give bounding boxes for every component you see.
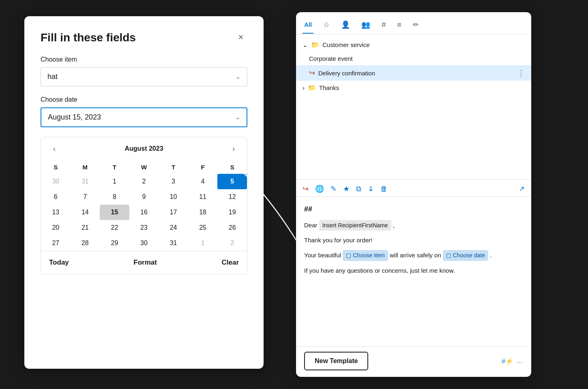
calendar-day[interactable]: 29 xyxy=(100,235,129,251)
calendar-day[interactable]: 11 xyxy=(188,189,218,205)
calendar-day[interactable]: 3 xyxy=(159,174,188,189)
star-toolbar-icon[interactable]: ★ xyxy=(343,184,350,193)
calendar-day[interactable]: 30 xyxy=(41,174,71,189)
calendar-day[interactable]: 1 xyxy=(100,174,129,189)
calendar-day[interactable]: 9 xyxy=(129,189,159,205)
calendar-day[interactable]: 22 xyxy=(100,220,129,235)
choose-item-dropdown[interactable]: hat ⌄ xyxy=(41,67,247,86)
tab-hash[interactable]: # xyxy=(380,17,387,34)
close-button[interactable]: × xyxy=(234,31,247,44)
email-line-dear: Dear Insert RecipientFirstName , xyxy=(304,220,523,231)
calendar-day[interactable]: 16 xyxy=(129,205,159,220)
calendar-day[interactable]: 12 xyxy=(217,189,247,205)
tab-group[interactable]: 👥 xyxy=(360,17,372,34)
calendar-day[interactable]: 1 xyxy=(188,235,218,251)
calendar-day[interactable]: 7 xyxy=(71,189,100,205)
tabs-bar: All ☆ 👤 👥 # ≡ ✏ xyxy=(296,12,531,34)
calendar-day[interactable]: 5 xyxy=(217,174,247,189)
action-toolbar: ↪ 🌐 ✎ ★ ⧉ ⇓ 🗑 ↗ xyxy=(296,181,531,197)
hashtag-lightning-icon[interactable]: #⚡ xyxy=(502,357,513,365)
right-panel: All ☆ 👤 👥 # ≡ ✏ ⌄ 📁 Customer service Cor… xyxy=(296,12,531,377)
tab-all-label: All xyxy=(304,21,312,28)
calendar-next-button[interactable]: › xyxy=(228,143,239,155)
calendar-day[interactable]: 2 xyxy=(129,174,159,189)
choose-item-value: hat xyxy=(47,73,58,81)
calendar-day[interactable]: 24 xyxy=(159,220,188,235)
globe-icon[interactable]: 🌐 xyxy=(315,184,324,193)
bottom-right-icons: #⚡ … xyxy=(502,357,523,365)
calendar-day[interactable]: 28 xyxy=(71,235,100,251)
day-header-sun: S xyxy=(41,160,71,174)
insert-toolbar-icon[interactable]: ↪ xyxy=(303,184,309,193)
calendar-day[interactable]: 2 xyxy=(217,235,247,251)
panel-header: Fill in these fields × xyxy=(41,31,247,45)
day-header-wed: W xyxy=(129,160,159,174)
calendar-day[interactable]: 31 xyxy=(71,174,100,189)
day-header-thu: T xyxy=(159,160,188,174)
tab-star[interactable]: ☆ xyxy=(322,17,331,34)
more-icon[interactable]: … xyxy=(517,357,523,365)
choose-date-value: August 15, 2023 xyxy=(48,113,101,122)
download-icon[interactable]: ⇓ xyxy=(368,184,374,193)
calendar-day[interactable]: 13 xyxy=(41,205,71,220)
calendar-day-headers: S M T W T F S xyxy=(41,160,247,174)
expand-icon[interactable]: ↗ xyxy=(519,184,525,193)
calendar: ‹ August 2023 › S M T W T F S 3031123456… xyxy=(41,137,247,274)
more-options-icon[interactable]: ⋮ xyxy=(517,68,525,77)
calendar-day[interactable]: 8 xyxy=(100,189,129,205)
email-line-thankyou: Thank you for your order! xyxy=(304,235,523,245)
tab-list[interactable]: ≡ xyxy=(395,17,403,34)
calendar-day[interactable]: 30 xyxy=(129,235,159,251)
list-icon: ≡ xyxy=(397,21,401,29)
calendar-day[interactable]: 23 xyxy=(129,220,159,235)
tab-all[interactable]: All xyxy=(303,18,313,34)
calendar-prev-button[interactable]: ‹ xyxy=(49,143,60,155)
tree-item-corporate-event[interactable]: Corporate event xyxy=(296,52,531,65)
day-header-tue: T xyxy=(100,160,129,174)
calendar-day[interactable]: 27 xyxy=(41,235,71,251)
fill-in-fields-panel: Fill in these fields × Choose item hat ⌄… xyxy=(24,16,264,369)
calendar-day[interactable]: 25 xyxy=(188,220,218,235)
format-button[interactable]: Format xyxy=(133,259,157,267)
calendar-day[interactable]: 31 xyxy=(159,235,188,251)
tree-item-label: Delivery confirmation xyxy=(318,70,375,77)
choose-date-tag[interactable]: ▢ Choose date xyxy=(443,250,488,261)
choose-item-tag[interactable]: ▢ Choose item xyxy=(343,250,388,261)
calendar-day[interactable]: 18 xyxy=(188,205,218,220)
divider xyxy=(296,179,531,180)
calendar-day[interactable]: 10 xyxy=(159,189,188,205)
tree-item-customer-service[interactable]: ⌄ 📁 Customer service xyxy=(296,38,531,52)
pencil-icon[interactable]: ✎ xyxy=(330,184,337,193)
calendar-day[interactable]: 21 xyxy=(71,220,100,235)
insert-recipient-tag[interactable]: Insert RecipientFirstName xyxy=(319,220,391,231)
group-icon: 👥 xyxy=(361,20,370,29)
calendar-day[interactable]: 19 xyxy=(217,205,247,220)
calendar-day[interactable]: 15 xyxy=(100,205,129,220)
today-button[interactable]: Today xyxy=(49,259,69,267)
tab-edit[interactable]: ✏ xyxy=(411,17,421,34)
calendar-day[interactable]: 17 xyxy=(159,205,188,220)
star-icon: ☆ xyxy=(323,20,330,29)
tree-item-label: Customer service xyxy=(322,41,370,48)
calendar-day[interactable]: 14 xyxy=(71,205,100,220)
chevron-down-icon: ⌄ xyxy=(236,73,240,80)
calendar-day[interactable]: 4 xyxy=(188,174,218,189)
day-header-mon: M xyxy=(71,160,100,174)
new-template-button[interactable]: New Template xyxy=(304,352,368,370)
trash-icon[interactable]: 🗑 xyxy=(380,185,388,193)
calendar-day[interactable]: 26 xyxy=(217,220,247,235)
choose-date-dropdown[interactable]: August 15, 2023 ⌄ xyxy=(41,107,247,127)
clear-button[interactable]: Clear xyxy=(221,259,239,267)
day-header-fri: F xyxy=(188,160,218,174)
tree-item-delivery-confirmation[interactable]: ↪ Delivery confirmation ⋮ xyxy=(296,65,531,81)
tree-item-thanks[interactable]: › 📁 Thanks xyxy=(296,81,531,95)
tab-person[interactable]: 👤 xyxy=(339,17,352,34)
calendar-day[interactable]: 20 xyxy=(41,220,71,235)
expand-icon: › xyxy=(303,84,305,91)
calendar-day[interactable]: 6 xyxy=(41,189,71,205)
email-line-questions: If you have any questions or concerns, j… xyxy=(304,266,523,276)
copy-icon[interactable]: ⧉ xyxy=(356,185,361,193)
tree-item-label: Thanks xyxy=(319,84,339,91)
tree-list: ⌄ 📁 Customer service Corporate event ↪ D… xyxy=(296,34,531,177)
edit-icon: ✏ xyxy=(413,20,419,29)
